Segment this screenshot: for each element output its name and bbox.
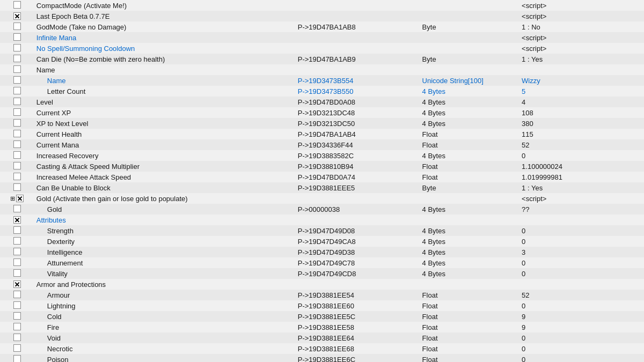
checkbox-cell[interactable] [0, 75, 34, 86]
checkbox-cell[interactable] [0, 300, 34, 311]
checkbox-cell[interactable] [0, 247, 34, 257]
checkbox-unchecked[interactable] [13, 205, 21, 212]
checkbox-unchecked[interactable] [13, 108, 21, 116]
checkbox-unchecked[interactable] [13, 344, 21, 352]
table-row: Last Epoch Beta 0.7.7E<script> [0, 11, 644, 21]
checkbox-cell[interactable] [0, 64, 34, 75]
checkbox-unchecked[interactable] [13, 237, 21, 245]
checkbox-checked[interactable] [13, 216, 21, 224]
row-type: Byte [420, 54, 520, 64]
checkbox-cell[interactable] [0, 21, 34, 32]
row-name: GodMode (Take no Damage) [34, 21, 296, 32]
row-type: Unicode String[100] [420, 75, 520, 86]
checkbox-cell[interactable] [0, 107, 34, 118]
checkbox-cell[interactable] [0, 354, 34, 362]
checkbox-cell[interactable] [0, 311, 34, 322]
checkbox-cell[interactable] [0, 172, 34, 182]
checkbox-unchecked[interactable] [13, 98, 21, 105]
checkbox-unchecked[interactable] [13, 33, 21, 41]
row-value: 0 [519, 236, 644, 247]
checkbox-cell[interactable] [0, 11, 34, 21]
row-value: 52 [519, 290, 644, 300]
checkbox-cell[interactable] [0, 215, 34, 225]
checkbox-cell[interactable] [0, 322, 34, 333]
checkbox-cell[interactable] [0, 54, 34, 64]
checkbox-unchecked[interactable] [13, 119, 21, 127]
row-name: Can Die (No=Be zombie with zero health) [34, 54, 296, 64]
table-row: No Spell/Summoning Cooldown<script> [0, 43, 644, 54]
checkbox-cell[interactable] [0, 139, 34, 150]
checkbox-unchecked[interactable] [13, 269, 21, 277]
table-row: NameP->19D3473B554Unicode String[100]Wiz… [0, 75, 644, 86]
checkbox-cell[interactable] [0, 182, 34, 193]
checkbox-cell[interactable] [0, 43, 34, 54]
checkbox-cell[interactable]: ⊞ [0, 193, 34, 204]
row-name: Name [34, 75, 296, 86]
table-row: IntelligenceP->19D47D49D384 Bytes3 [0, 247, 644, 257]
checkbox-unchecked[interactable] [13, 162, 21, 169]
checkbox-unchecked[interactable] [13, 301, 21, 309]
checkbox-cell[interactable] [0, 268, 34, 279]
row-type [420, 43, 520, 54]
checkbox-checked[interactable] [13, 280, 21, 288]
checkbox-checked[interactable] [16, 195, 24, 202]
checkbox-checked[interactable] [13, 12, 21, 20]
checkbox-unchecked[interactable] [13, 291, 21, 298]
row-value: 108 [519, 107, 644, 118]
row-name: Void [34, 333, 296, 343]
checkbox-unchecked[interactable] [13, 226, 21, 234]
checkbox-cell[interactable] [0, 333, 34, 343]
checkbox-unchecked[interactable] [13, 55, 21, 62]
row-name: Armour [34, 290, 296, 300]
checkbox-cell[interactable] [0, 279, 34, 290]
row-value: 4 [519, 97, 644, 107]
checkbox-unchecked[interactable] [13, 130, 21, 137]
row-address: P->19D3883582C [296, 150, 420, 161]
table-row: StrengthP->19D47D49D084 Bytes0 [0, 225, 644, 236]
row-type: 4 Bytes [420, 204, 520, 215]
checkbox-cell[interactable] [0, 0, 34, 11]
row-address [296, 279, 420, 290]
checkbox-unchecked[interactable] [13, 23, 21, 30]
checkbox-cell[interactable] [0, 257, 34, 268]
checkbox-unchecked[interactable] [13, 334, 21, 341]
row-value: 0 [519, 150, 644, 161]
row-address [296, 64, 420, 75]
row-address: P->19D3881EEE5 [296, 182, 420, 193]
checkbox-unchecked[interactable] [13, 183, 21, 191]
checkbox-unchecked[interactable] [13, 141, 21, 148]
checkbox-cell[interactable] [0, 150, 34, 161]
row-address: P->19D3881EE5C [296, 311, 420, 322]
checkbox-cell[interactable] [0, 225, 34, 236]
expand-icon[interactable]: ⊞ [10, 195, 15, 202]
checkbox-unchecked[interactable] [13, 44, 21, 51]
checkbox-unchecked[interactable] [13, 65, 21, 73]
row-name: Fire [34, 322, 296, 333]
checkbox-unchecked[interactable] [13, 151, 21, 159]
checkbox-unchecked[interactable] [13, 76, 21, 84]
checkbox-unchecked[interactable] [13, 173, 21, 180]
checkbox-cell[interactable] [0, 204, 34, 215]
table-row: LevelP->19D47BD0A084 Bytes4 [0, 97, 644, 107]
checkbox-unchecked[interactable] [13, 323, 21, 330]
checkbox-unchecked[interactable] [13, 355, 21, 363]
checkbox-cell[interactable] [0, 343, 34, 354]
checkbox-unchecked[interactable] [13, 258, 21, 266]
checkbox-unchecked[interactable] [13, 312, 21, 320]
row-type: Float [420, 343, 520, 354]
checkbox-unchecked[interactable] [13, 248, 21, 255]
checkbox-cell[interactable] [0, 290, 34, 300]
checkbox-unchecked[interactable] [13, 87, 21, 94]
checkbox-unchecked[interactable] [13, 1, 21, 9]
checkbox-cell[interactable] [0, 97, 34, 107]
table-row: Letter CountP->19D3473B5504 Bytes5 [0, 86, 644, 97]
row-type: 4 Bytes [420, 257, 520, 268]
checkbox-cell[interactable] [0, 118, 34, 129]
checkbox-cell[interactable] [0, 129, 34, 139]
row-address: P->19D3881EE6C [296, 354, 420, 362]
table-row: DexterityP->19D47D49CA84 Bytes0 [0, 236, 644, 247]
checkbox-cell[interactable] [0, 161, 34, 172]
checkbox-cell[interactable] [0, 236, 34, 247]
checkbox-cell[interactable] [0, 32, 34, 43]
checkbox-cell[interactable] [0, 86, 34, 97]
